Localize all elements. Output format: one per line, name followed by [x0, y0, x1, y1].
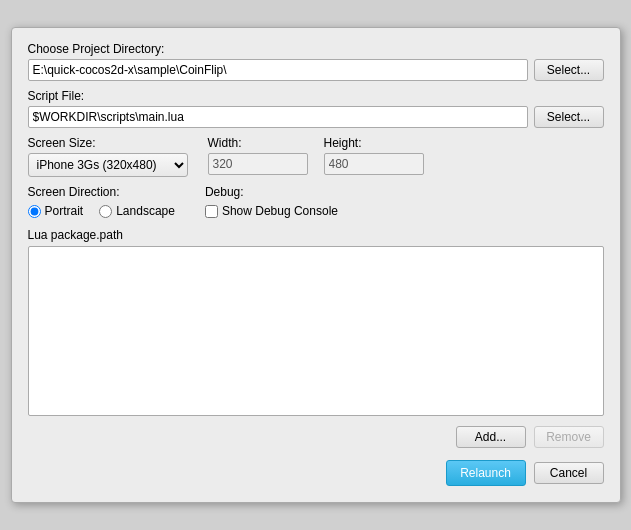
lua-textarea-wrapper — [28, 246, 604, 416]
screen-size-group: Screen Size: iPhone 3Gs (320x480) iPhone… — [28, 136, 188, 177]
direction-debug-section: Screen Direction: Portrait Landscape Deb… — [28, 185, 604, 218]
width-item: Width: — [208, 136, 308, 175]
screen-size-section: Screen Size: iPhone 3Gs (320x480) iPhone… — [28, 136, 604, 177]
width-height-group: Width: Height: — [208, 136, 424, 175]
lua-buttons-row: Add... Remove — [28, 426, 604, 448]
debug-group: Debug: Show Debug Console — [205, 185, 338, 218]
relaunch-button[interactable]: Relaunch — [446, 460, 526, 486]
lua-section: Lua package.path — [28, 228, 604, 416]
remove-button[interactable]: Remove — [534, 426, 604, 448]
add-button[interactable]: Add... — [456, 426, 526, 448]
landscape-radio-item[interactable]: Landscape — [99, 204, 175, 218]
script-file-row: Select... — [28, 106, 604, 128]
select-project-dir-button[interactable]: Select... — [534, 59, 604, 81]
landscape-radio[interactable] — [99, 205, 112, 218]
portrait-radio[interactable] — [28, 205, 41, 218]
debug-label: Debug: — [205, 185, 338, 199]
bottom-buttons-row: Relaunch Cancel — [28, 460, 604, 486]
portrait-label: Portrait — [45, 204, 84, 218]
lua-package-path-label: Lua package.path — [28, 228, 604, 242]
cancel-button[interactable]: Cancel — [534, 462, 604, 484]
script-file-label: Script File: — [28, 89, 604, 103]
dialog-container: Choose Project Directory: Select... Scri… — [11, 27, 621, 503]
show-debug-console-label: Show Debug Console — [222, 204, 338, 218]
portrait-radio-item[interactable]: Portrait — [28, 204, 84, 218]
width-label: Width: — [208, 136, 308, 150]
project-dir-label: Choose Project Directory: — [28, 42, 604, 56]
lua-textarea[interactable] — [33, 251, 599, 411]
height-label: Height: — [324, 136, 424, 150]
project-dir-input[interactable] — [28, 59, 528, 81]
radio-row: Portrait Landscape — [28, 204, 175, 218]
project-dir-section: Choose Project Directory: Select... — [28, 42, 604, 81]
screen-direction-label: Screen Direction: — [28, 185, 175, 199]
select-script-file-button[interactable]: Select... — [534, 106, 604, 128]
height-item: Height: — [324, 136, 424, 175]
landscape-label: Landscape — [116, 204, 175, 218]
script-file-section: Script File: Select... — [28, 89, 604, 128]
project-dir-row: Select... — [28, 59, 604, 81]
direction-group: Screen Direction: Portrait Landscape — [28, 185, 175, 218]
show-debug-console-item[interactable]: Show Debug Console — [205, 204, 338, 218]
script-file-input[interactable] — [28, 106, 528, 128]
show-debug-console-checkbox[interactable] — [205, 205, 218, 218]
screen-size-label: Screen Size: — [28, 136, 188, 150]
screen-size-dropdown[interactable]: iPhone 3Gs (320x480) iPhone 4 (640x960) … — [28, 153, 188, 177]
width-input[interactable] — [208, 153, 308, 175]
height-input[interactable] — [324, 153, 424, 175]
